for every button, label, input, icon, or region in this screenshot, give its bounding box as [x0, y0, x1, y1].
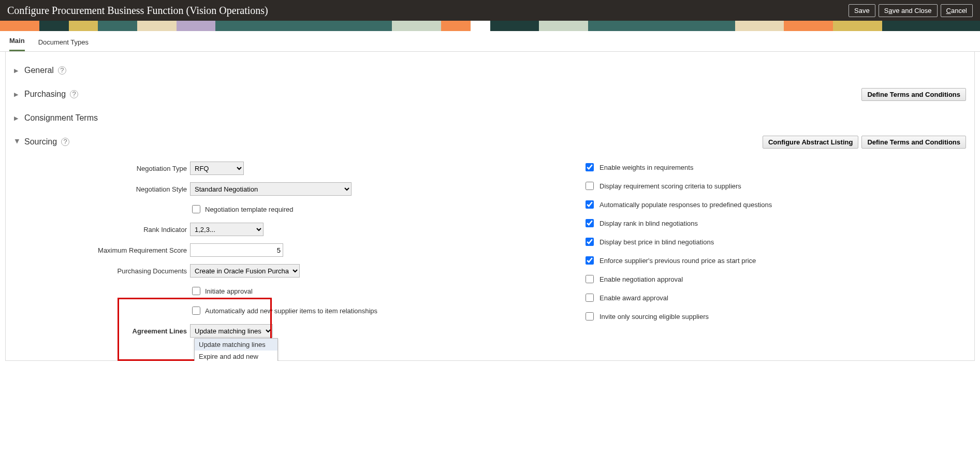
section-consignment[interactable]: ▶ Consignment Terms	[14, 113, 98, 123]
label-display-rank: Display rank in blind negotiations	[599, 220, 698, 227]
configure-abstract-button[interactable]: Configure Abstract Listing	[763, 136, 858, 149]
label-invite-only: Invite only sourcing eligible suppliers	[599, 313, 709, 320]
label-negotiation-style: Negotiation Style	[14, 185, 190, 193]
agreement-option[interactable]: Expire and add new lines	[195, 351, 277, 361]
section-title: Sourcing	[24, 137, 57, 147]
auto-add-supplier-checkbox[interactable]	[192, 307, 200, 315]
enable-neg-approval-checkbox[interactable]	[586, 275, 594, 283]
label-enable-weights: Enable weights in requirements	[599, 164, 693, 171]
decorative-banner	[0, 21, 980, 31]
label-rank-indicator: Rank Indicator	[14, 226, 190, 234]
purchasing-docs-select[interactable]: Create in Oracle Fusion Purchasing	[190, 264, 300, 278]
header-actions: Save Save and Close Cancel	[849, 4, 973, 17]
display-best-price-checkbox[interactable]	[586, 238, 594, 246]
label-initiate-approval: Initiate approval	[205, 287, 253, 295]
agreement-lines-select[interactable]: Update matching lines	[190, 324, 273, 338]
section-title: Consignment Terms	[24, 113, 98, 123]
label-purchasing-docs: Purchasing Documents	[14, 267, 190, 275]
chevron-right-icon: ▶	[14, 115, 20, 122]
negotiation-template-required-checkbox[interactable]	[192, 205, 200, 213]
enable-award-approval-checkbox[interactable]	[586, 294, 594, 302]
help-icon[interactable]: ?	[61, 138, 69, 146]
label-negotiation-template-required: Negotiation template required	[205, 206, 294, 213]
negotiation-type-select[interactable]: RFQ	[190, 162, 244, 175]
section-title: General	[24, 66, 54, 75]
max-req-score-input[interactable]	[190, 243, 283, 257]
help-icon[interactable]: ?	[58, 66, 66, 75]
label-enable-neg-approval: Enable negotiation approval	[599, 275, 683, 283]
cancel-button[interactable]: Cancel	[941, 4, 973, 17]
invite-only-checkbox[interactable]	[586, 312, 594, 320]
enforce-prev-price-checkbox[interactable]	[586, 256, 594, 265]
save-and-close-button[interactable]: Save and Close	[879, 4, 938, 17]
sourcing-form: Negotiation Type RFQ Negotiation Style S…	[14, 162, 966, 345]
label-display-scoring: Display requirement scoring criteria to …	[599, 182, 741, 190]
label-auto-add-supplier: Automatically add new supplier items to …	[205, 307, 377, 315]
save-button[interactable]: Save	[849, 4, 875, 17]
rank-indicator-select[interactable]: 1,2,3...	[190, 223, 264, 236]
page-header: Configure Procurement Business Function …	[0, 0, 980, 21]
chevron-right-icon: ▶	[14, 91, 20, 98]
negotiation-style-select[interactable]: Standard Negotiation	[190, 182, 352, 196]
display-scoring-checkbox[interactable]	[586, 182, 594, 190]
define-terms-button[interactable]: Define Terms and Conditions	[861, 88, 966, 101]
define-terms-button-2[interactable]: Define Terms and Conditions	[861, 136, 966, 149]
label-enable-award-approval: Enable award approval	[599, 294, 668, 302]
enable-weights-checkbox[interactable]	[586, 163, 594, 171]
help-icon[interactable]: ?	[70, 90, 78, 98]
section-purchasing[interactable]: ▶ Purchasing ?	[14, 90, 78, 99]
initiate-approval-checkbox[interactable]	[192, 287, 200, 295]
page-title: Configure Procurement Business Function …	[7, 5, 268, 17]
label-negotiation-type: Negotiation Type	[14, 165, 190, 172]
label-display-best-price: Display best price in blind negotiations	[599, 238, 714, 246]
label-agreement-lines: Agreement Lines	[14, 327, 190, 335]
display-rank-checkbox[interactable]	[586, 219, 594, 227]
agreement-option[interactable]: Update matching lines	[195, 339, 277, 351]
agreement-lines-dropdown: Update matching lines Expire and add new…	[194, 338, 278, 361]
section-sourcing[interactable]: ▶ Sourcing ?	[14, 137, 69, 147]
tab-document-types[interactable]: Document Types	[38, 38, 89, 51]
tabs: Main Document Types	[0, 31, 980, 52]
content-panel: ▶ General ? ▶ Purchasing ? Define Terms …	[5, 52, 975, 361]
chevron-down-icon: ▶	[14, 139, 21, 145]
section-title: Purchasing	[24, 90, 66, 99]
section-general[interactable]: ▶ General ?	[14, 66, 66, 75]
chevron-right-icon: ▶	[14, 67, 20, 74]
label-auto-populate: Automatically populate responses to pred…	[599, 201, 772, 209]
label-max-req-score: Maximum Requirement Score	[14, 246, 190, 254]
tab-main[interactable]: Main	[9, 37, 25, 51]
auto-populate-checkbox[interactable]	[586, 200, 594, 209]
label-enforce-prev-price: Enforce supplier's previous round price …	[599, 257, 756, 265]
